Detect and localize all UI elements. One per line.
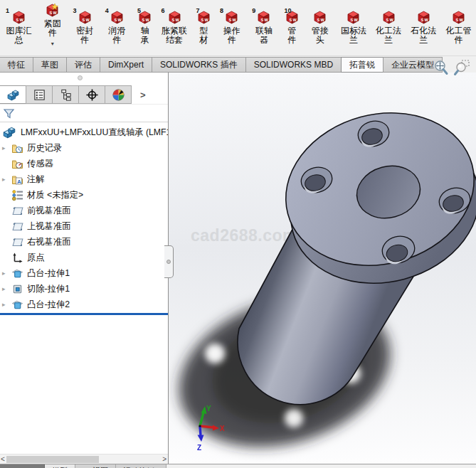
tab-configurationmanager[interactable]	[52, 85, 79, 104]
flyout-caret-icon[interactable]: ▾	[51, 42, 54, 46]
tab-topruis[interactable]: 拓普锐	[341, 57, 384, 73]
toolbar-item-label: 型材	[196, 26, 213, 45]
watermark-text: cad2688.com	[191, 226, 297, 245]
toolbar-item-pipes[interactable]: 10 管件	[280, 0, 305, 45]
sw-cube-icon	[11, 10, 26, 25]
boss-extrude-icon	[11, 299, 23, 311]
toolbar-item-gb-flanges[interactable]: 国标法兰	[336, 0, 371, 45]
sw-cube-sparkle-icon	[45, 3, 60, 18]
tab-motion-study[interactable]: 运动算例1	[116, 464, 166, 468]
graphics-viewport[interactable]: cad2688.com	[169, 73, 476, 464]
panel-collapse-dot[interactable]	[78, 75, 83, 80]
model-scene: cad2688.com	[169, 73, 476, 464]
toolbar-item-label: 化工法兰	[375, 26, 403, 45]
shortcut-number: 4	[105, 7, 109, 14]
tab-features[interactable]: 特征	[0, 57, 33, 73]
toolbar-item-bearings[interactable]: 5 轴承	[133, 0, 157, 45]
tree-item-right-plane[interactable]: 右视基准面	[0, 234, 168, 250]
tree-item-cut-extrude1[interactable]: ▸ 切除-拉伸1	[0, 281, 168, 297]
toolbar-item-label: 管件	[284, 26, 301, 45]
panel-splitter-handle[interactable]	[164, 245, 174, 278]
scroll-right-icon[interactable]: >	[162, 454, 166, 464]
tree-item-top-plane[interactable]: 上视基准面	[0, 218, 168, 234]
toolbar-item-library-summary[interactable]: 1 图库汇总	[1, 0, 36, 45]
toolbar-item-label: 图库汇总	[5, 26, 33, 45]
tree-root-label: LMFxxUU+LMFxxLUU直线轴承 (LMF1	[21, 127, 168, 139]
tab-featuremanager-tree[interactable]	[0, 85, 26, 104]
tab-model[interactable]: 模型	[45, 464, 75, 468]
expand-arrow-icon[interactable]: ▸	[2, 270, 11, 277]
tree-item-boss-extrude2[interactable]: ▸ 凸台-拉伸2	[0, 297, 168, 312]
part-icon	[2, 125, 16, 139]
tab-propertymanager[interactable]	[26, 85, 53, 104]
rollback-bar[interactable]	[0, 313, 168, 315]
displaymanager-icon	[112, 88, 125, 102]
shortcut-number: 3	[73, 7, 76, 14]
tab-dimxpert[interactable]: DimXpert	[100, 57, 152, 73]
scroll-left-icon[interactable]: <	[1, 454, 5, 464]
tree-item-history[interactable]: ▸ 历史记录	[0, 140, 168, 156]
tree-item-sensors[interactable]: 传感器	[0, 156, 168, 171]
toolbar-item-couplings[interactable]: 9 联轴器	[248, 0, 280, 45]
tab-3d-views[interactable]: 3D视图	[75, 464, 116, 468]
panel-tabs-overflow[interactable]: >	[132, 85, 146, 104]
filter-icon	[3, 107, 15, 119]
toolbar-item-profiles[interactable]: 7 型材	[192, 0, 216, 45]
expand-arrow-icon[interactable]: ▸	[2, 301, 11, 308]
sw-cube-icon	[312, 10, 327, 25]
tree-item-label: 凸台-拉伸2	[27, 299, 70, 311]
tab-sketch[interactable]: 草图	[33, 57, 67, 73]
tree-item-label: 上视基准面	[27, 220, 70, 233]
tree-filter-bar[interactable]	[0, 104, 168, 122]
shortcut-number: 6	[161, 7, 164, 14]
cut-extrude-icon	[11, 283, 23, 295]
tree-item-label: 凸台-拉伸1	[27, 267, 70, 280]
tab-solidworks-addins[interactable]: SOLIDWORKS 插件	[152, 57, 246, 73]
tree-item-label: 历史记录	[27, 142, 62, 154]
toolbar-item-fasteners[interactable]: 紧固件 ▾	[36, 0, 68, 46]
triad-x-label: X	[220, 425, 225, 432]
sw-cube-icon	[224, 10, 239, 25]
toolbar-item-label: 紧固件	[40, 19, 65, 38]
shortcut-number: 5	[137, 7, 141, 14]
toolbar-item-lubrication[interactable]: 4 润滑件	[101, 0, 133, 45]
toolbar-item-chem-flanges[interactable]: 化工法兰	[371, 0, 406, 45]
shortcut-number: 9	[252, 7, 255, 14]
scrollbar-thumb[interactable]	[6, 456, 99, 463]
triad-y-label: Y	[206, 405, 211, 413]
expand-arrow-icon[interactable]: ▸	[2, 285, 11, 292]
toolbar-item-expansion-sleeve[interactable]: 6 胀紧联结套	[157, 0, 191, 45]
tree-item-boss-extrude1[interactable]: ▸ 凸台-拉伸1	[0, 265, 168, 281]
tree-item-origin[interactable]: 原点	[0, 250, 168, 265]
document-tabs-bar: 模型 3D视图 运动算例1	[0, 464, 476, 468]
toolbar-item-seals[interactable]: 3 密封件	[68, 0, 100, 45]
toolbar-item-pipe-fittings[interactable]: 管接头	[304, 0, 336, 45]
tab-scroll-buttons[interactable]	[0, 464, 45, 468]
zoom-fit-icon[interactable]	[433, 59, 450, 76]
tree-item-annotations[interactable]: ▸ A 注解	[0, 171, 168, 187]
tab-displaymanager[interactable]	[105, 85, 132, 104]
tree-item-material[interactable]: 材质 <未指定>	[0, 187, 168, 203]
sw-cube-icon	[346, 10, 361, 25]
toolbar-item-label: 石化法兰	[410, 26, 438, 45]
triad-z-label: Z	[197, 444, 201, 452]
zoom-area-icon[interactable]	[453, 59, 470, 76]
toolbar-item-operating-parts[interactable]: 8 操作件	[216, 0, 248, 45]
panel-top-strip	[0, 73, 168, 85]
toolbar-item-label: 密封件	[72, 26, 97, 45]
toolbar-item-petrochem-flanges[interactable]: 石化法兰	[406, 0, 441, 45]
sw-cube-icon	[416, 10, 431, 25]
sensors-folder-icon	[11, 158, 23, 170]
tree-root-part[interactable]: LMFxxUU+LMFxxLUU直线轴承 (LMF1	[0, 124, 168, 140]
tab-solidworks-mbd[interactable]: SOLIDWORKS MBD	[245, 57, 342, 73]
svg-text:A: A	[17, 178, 21, 184]
panel-horizontal-scrollbar[interactable]: < >	[0, 454, 168, 464]
toolbar-item-chem-pipe-fittings[interactable]: 化工管件	[441, 0, 476, 45]
tab-dimxpertmanager[interactable]	[78, 85, 105, 104]
sw-cube-icon	[167, 10, 182, 25]
expand-arrow-icon[interactable]: ▸	[2, 176, 11, 183]
tab-evaluate[interactable]: 评估	[66, 57, 100, 73]
expand-arrow-icon[interactable]: ▸	[2, 144, 11, 151]
feature-tree: LMFxxUU+LMFxxLUU直线轴承 (LMF1 ▸ 历史记录 传感器 ▸	[0, 122, 168, 315]
tree-item-front-plane[interactable]: 前视基准面	[0, 203, 168, 218]
